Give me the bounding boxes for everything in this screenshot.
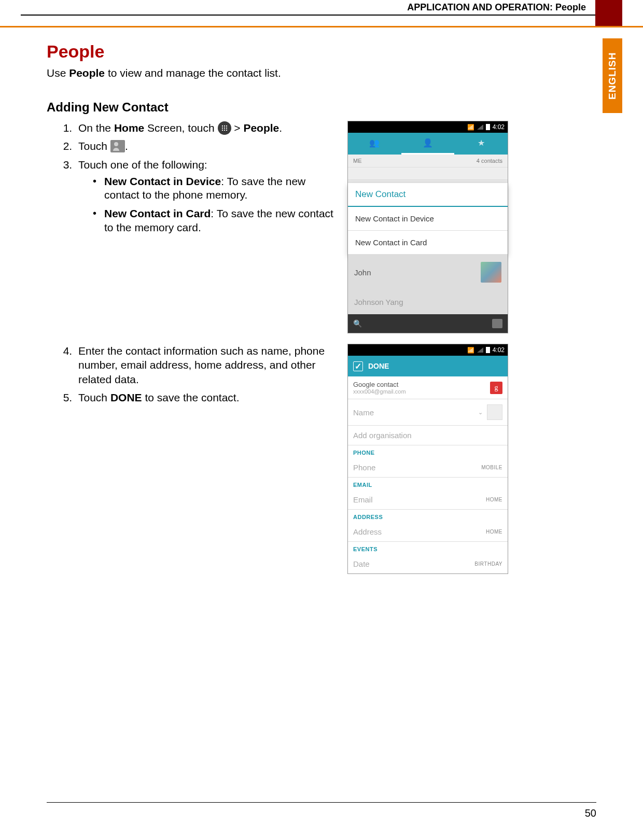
- header-breadcrumb: APPLICATION AND OPERATION: People: [407, 2, 586, 13]
- bottom-bar: [348, 314, 508, 333]
- date-field-row[interactable]: Date BIRTHDAY: [348, 554, 508, 573]
- google-badge-icon: g: [490, 382, 502, 394]
- phone-type[interactable]: MOBILE: [481, 465, 502, 470]
- photo-placeholder[interactable]: [487, 404, 502, 420]
- contact-john[interactable]: John: [348, 255, 508, 290]
- tab-favorites[interactable]: ★: [454, 133, 508, 155]
- add-contact-icon: [110, 140, 125, 152]
- section-address: ADDRESS: [348, 510, 508, 522]
- email-field-row[interactable]: Email HOME: [348, 490, 508, 510]
- contact-form: Google contact xxxx004@gmail.com g Name …: [348, 376, 508, 573]
- signal-icon: [477, 124, 483, 130]
- email-type[interactable]: HOME: [486, 497, 502, 502]
- contact-johnson[interactable]: Johnson Yang: [348, 290, 508, 314]
- section-heading: Adding New Contact: [47, 100, 596, 115]
- header-rule: [21, 15, 622, 16]
- sub-bullets: New Contact in Device: To save the new c…: [78, 175, 337, 234]
- wifi-icon: [467, 346, 474, 354]
- header-corner-block: [595, 0, 622, 26]
- account-row[interactable]: Google contact xxxx004@gmail.com g: [348, 376, 508, 399]
- expand-icon[interactable]: ⌄: [478, 409, 483, 416]
- battery-icon: [486, 124, 490, 130]
- org-field-row[interactable]: Add organisation: [348, 426, 508, 445]
- account-label: Google contact: [353, 381, 406, 388]
- people-tabbar: 👥 👤 ★: [348, 133, 508, 155]
- bullet-device: New Contact in Device: To save the new c…: [93, 175, 337, 202]
- steps-list: On the Home Screen, touch > People. Touc…: [47, 121, 337, 234]
- wifi-icon: [467, 123, 474, 131]
- footer-rule: [47, 802, 596, 803]
- signal-icon: [477, 347, 483, 353]
- new-contact-popup: New Contact New Contact in Device New Co…: [348, 183, 508, 255]
- section-phone: PHONE: [348, 445, 508, 458]
- steps-col-2: Enter the contact information such as na…: [47, 344, 337, 409]
- section-email: EMAIL: [348, 478, 508, 490]
- groups-icon: 👥: [369, 138, 380, 148]
- screenshot-contact-form: 4:02 DONE Google contact xxxx004@gmail.c…: [347, 344, 508, 574]
- steps-list-cont: Enter the contact information such as na…: [47, 344, 337, 404]
- account-email: xxxx004@gmail.com: [353, 388, 406, 395]
- page-number: 50: [585, 807, 596, 819]
- contact-thumb: [481, 262, 501, 283]
- step-2: Touch .: [75, 139, 337, 153]
- star-icon: ★: [478, 138, 485, 148]
- tab-groups[interactable]: 👥: [348, 133, 401, 155]
- phone-field: Phone: [353, 463, 481, 472]
- section-letter: [348, 167, 508, 180]
- steps-col-1: On the Home Screen, touch > People. Touc…: [47, 121, 337, 240]
- section-events: EVENTS: [348, 542, 508, 554]
- step-4: Enter the contact information such as na…: [75, 344, 337, 386]
- done-label: DONE: [368, 362, 389, 370]
- address-field: Address: [353, 527, 486, 536]
- manual-page: APPLICATION AND OPERATION: People ENGLIS…: [0, 0, 643, 840]
- date-field: Date: [353, 559, 474, 568]
- section-row-2: Enter the contact information such as na…: [47, 344, 596, 574]
- content-area: People Use People to view and manage the…: [47, 0, 596, 574]
- step-1: On the Home Screen, touch > People.: [75, 121, 337, 135]
- battery-icon: [486, 347, 490, 353]
- add-contact-bottom-icon[interactable]: [492, 319, 502, 328]
- address-type[interactable]: HOME: [486, 529, 502, 535]
- step-3: Touch one of the following: New Contact …: [75, 158, 337, 234]
- language-tab: ENGLISH: [603, 38, 622, 113]
- bullet-card: New Contact in Card: To save the new con…: [93, 207, 337, 234]
- status-bar-2: 4:02: [348, 344, 508, 356]
- page-title: People: [47, 41, 596, 62]
- org-field: Add organisation: [353, 431, 502, 440]
- search-icon[interactable]: [353, 319, 362, 328]
- name-field: Name: [353, 408, 475, 417]
- step-5: Touch DONE to save the contact.: [75, 390, 337, 404]
- status-time: 4:02: [493, 123, 505, 131]
- tab-all[interactable]: 👤: [401, 133, 455, 155]
- done-bar[interactable]: DONE: [348, 356, 508, 376]
- screenshot-new-contact-popup: 4:02 👥 👤 ★ ME 4 contacts New Contact Ne: [347, 121, 508, 333]
- phone-field-row[interactable]: Phone MOBILE: [348, 458, 508, 478]
- status-time-2: 4:02: [493, 346, 505, 354]
- popup-option-device[interactable]: New Contact in Device: [348, 207, 508, 231]
- header-orange-rule: [0, 26, 643, 27]
- name-field-row[interactable]: Name ⌄: [348, 399, 508, 426]
- intro-text: Use People to view and manage the contac…: [47, 67, 596, 79]
- event-type[interactable]: BIRTHDAY: [474, 561, 502, 567]
- person-icon: 👤: [423, 138, 433, 148]
- popup-title: New Contact: [348, 183, 508, 207]
- apps-icon: [218, 121, 231, 135]
- email-field: Email: [353, 495, 486, 504]
- address-field-row[interactable]: Address HOME: [348, 522, 508, 542]
- status-bar: 4:02: [348, 121, 508, 133]
- people-list: ME 4 contacts New Contact New Contact in…: [348, 155, 508, 314]
- check-icon: [353, 361, 363, 371]
- section-row-1: On the Home Screen, touch > People. Touc…: [47, 121, 596, 333]
- me-row[interactable]: ME 4 contacts: [348, 155, 508, 167]
- popup-option-card[interactable]: New Contact in Card: [348, 231, 508, 255]
